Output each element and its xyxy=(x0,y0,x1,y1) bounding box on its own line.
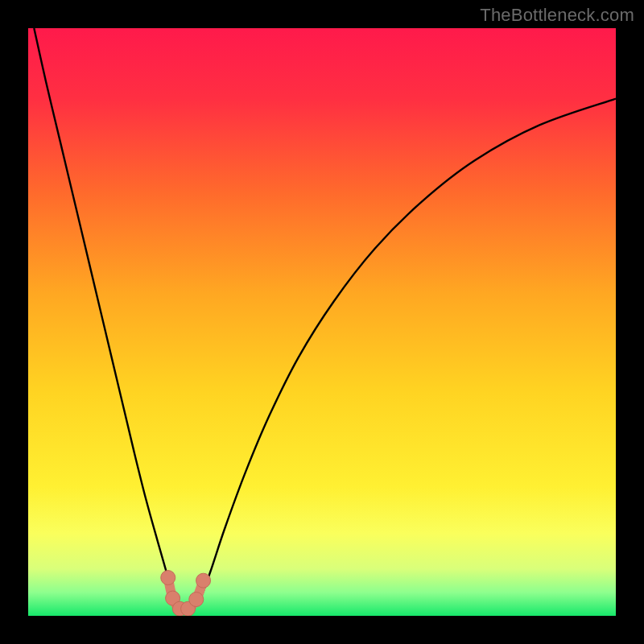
watermark-text: TheBottleneck.com xyxy=(480,5,634,26)
svg-rect-0 xyxy=(28,28,616,616)
chart-frame: TheBottleneck.com xyxy=(0,0,644,644)
gradient-background xyxy=(28,28,616,616)
plot-area xyxy=(28,28,616,616)
